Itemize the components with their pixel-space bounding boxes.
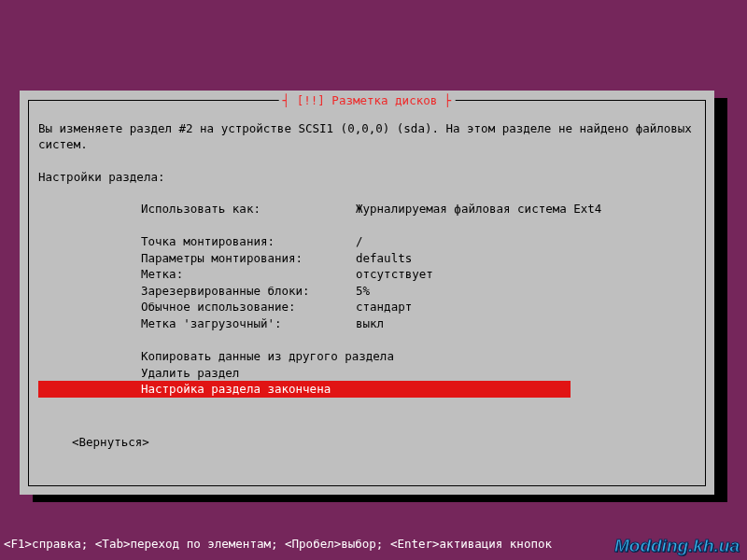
settings-list: Использовать как: Журналируемая файловая…	[38, 201, 696, 332]
setting-value: стандарт	[356, 299, 412, 315]
dialog-title: ┤ [!!] Разметка дисков ├	[279, 93, 456, 107]
setting-value: 5%	[356, 283, 370, 300]
setting-typical-usage[interactable]: Обычное использование: стандарт	[141, 299, 696, 315]
setting-label: Обычное использование:	[141, 299, 356, 315]
watermark: Modding.kh.ua	[614, 536, 740, 556]
setting-value: Журналируемая файловая система Ext4	[356, 201, 601, 217]
action-copy-data[interactable]: Копировать данные из другого раздела	[38, 348, 696, 365]
setting-label: Параметры монтирования:	[141, 250, 356, 267]
setting-value: /	[356, 233, 363, 250]
setting-label: Метка 'загрузочный':	[141, 315, 356, 332]
setting-label-field[interactable]: Метка: отсутствует	[141, 266, 696, 283]
setting-label: Зарезервированные блоки:	[141, 283, 356, 300]
setting-label: Метка:	[141, 266, 356, 283]
back-button[interactable]: <Вернуться>	[38, 435, 696, 449]
spacer	[38, 331, 696, 348]
setting-label: Использовать как:	[141, 201, 356, 217]
setting-reserved-blocks[interactable]: Зарезервированные блоки: 5%	[141, 283, 696, 300]
partition-dialog: ┤ [!!] Разметка дисков ├ Вы изменяете ра…	[20, 91, 714, 495]
setting-mount-point[interactable]: Точка монтирования: /	[141, 233, 696, 250]
setting-label: Точка монтирования:	[141, 233, 356, 250]
action-done-setting-up[interactable]: Настройка раздела закончена	[38, 381, 571, 398]
setting-use-as[interactable]: Использовать как: Журналируемая файловая…	[141, 201, 696, 217]
setting-value: отсутствует	[356, 266, 433, 283]
settings-heading: Настройки раздела:	[38, 170, 696, 184]
setting-bootable-flag[interactable]: Метка 'загрузочный': выкл	[141, 315, 696, 332]
setting-mount-options[interactable]: Параметры монтирования: defaults	[141, 250, 696, 267]
action-delete-partition[interactable]: Удалить раздел	[38, 365, 696, 382]
setting-value: выкл	[356, 315, 384, 332]
spacer	[141, 217, 696, 233]
dialog-intro-text: Вы изменяете раздел #2 на устройстве SCS…	[38, 121, 696, 153]
setting-value: defaults	[356, 250, 412, 267]
dialog-frame: ┤ [!!] Разметка дисков ├ Вы изменяете ра…	[28, 100, 706, 486]
